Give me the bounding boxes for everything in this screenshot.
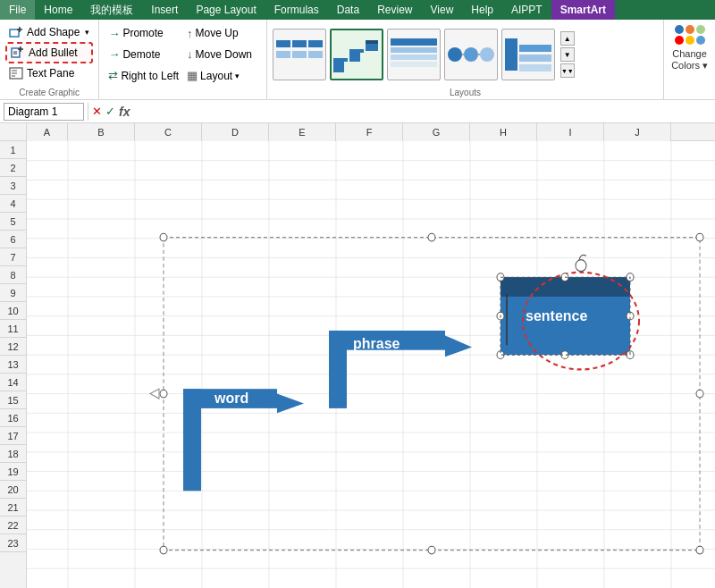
row-header-16[interactable]: 16 (0, 409, 26, 427)
menu-help[interactable]: Help (462, 0, 502, 20)
layout-thumb-5[interactable] (501, 29, 555, 80)
row-header-18[interactable]: 18 (0, 445, 26, 463)
layout-dropdown[interactable]: ▾ (235, 71, 240, 80)
layout-thumb-4[interactable] (444, 29, 498, 80)
row-header-4[interactable]: 4 (0, 195, 26, 213)
add-bullet-icon (11, 46, 25, 60)
promote-icon: → (108, 27, 120, 40)
col-header-h[interactable]: H (470, 123, 537, 141)
row-header-3[interactable]: 3 (0, 177, 26, 195)
col-header-i[interactable]: I (537, 123, 604, 141)
row-header-22[interactable]: 22 (0, 517, 26, 534)
add-shape-dropdown[interactable]: ▾ (85, 28, 89, 37)
formula-input[interactable] (133, 105, 711, 118)
menu-template[interactable]: 我的模板 (81, 0, 142, 20)
row-header-17[interactable]: 17 (0, 427, 26, 445)
row-header-21[interactable]: 21 (0, 499, 26, 517)
promote-button[interactable]: → Promote (105, 23, 182, 44)
row-header-20[interactable]: 20 (0, 481, 26, 499)
formula-bar: ✕ ✓ fx (0, 100, 715, 123)
layout-button[interactable]: ▦ Layout ▾ (183, 65, 261, 86)
add-bullet-button[interactable]: Add Bullet (5, 42, 93, 63)
col-header-f[interactable]: F (336, 123, 403, 141)
layout-scroll-more[interactable]: ▼▼ (560, 63, 575, 78)
move-down-label: Move Down (196, 48, 252, 61)
row-header-5[interactable]: 5 (0, 213, 26, 231)
col-header-a[interactable]: A (27, 123, 68, 141)
menu-aippt[interactable]: AIPPT (502, 0, 551, 20)
layout-scroll-up[interactable]: ▲ (560, 31, 575, 46)
row-header-11[interactable]: 11 (0, 320, 26, 338)
svg-point-77 (428, 546, 435, 554)
layout-thumb-1[interactable] (273, 29, 326, 80)
svg-point-78 (160, 390, 167, 398)
svg-text:word: word (214, 390, 248, 407)
row-header-14[interactable]: 14 (0, 374, 26, 391)
row-header-10[interactable]: 10 (0, 302, 26, 320)
layout-icon: ▦ (187, 69, 198, 82)
row-header-13[interactable]: 13 (0, 356, 26, 374)
layout-thumb-2[interactable] (330, 29, 383, 80)
layout-scroll: ▲ ▼ ▼▼ (560, 31, 575, 78)
menu-data[interactable]: Data (328, 0, 368, 20)
row-header-19[interactable]: 19 (0, 463, 26, 481)
demote-button[interactable]: → Demote (105, 45, 182, 65)
add-shape-button[interactable]: Add Shape ▾ (5, 23, 93, 41)
svg-rect-85 (329, 331, 347, 408)
layout-thumb-3[interactable] (387, 29, 441, 80)
move-up-button[interactable]: ↑ Move Up (183, 23, 261, 44)
formula-cancel[interactable]: ✕ (92, 105, 102, 118)
col-header-d[interactable]: D (202, 123, 269, 141)
change-colors-label: ChangeColors ▾ (671, 48, 708, 71)
formula-confirm[interactable]: ✓ (105, 105, 115, 118)
menu-page-layout[interactable]: Page Layout (187, 0, 265, 20)
svg-point-32 (480, 47, 494, 62)
row-header-2[interactable]: 2 (0, 159, 26, 177)
svg-rect-82 (183, 389, 201, 491)
col-header-g[interactable]: G (403, 123, 470, 141)
layout-label: Layout (200, 70, 232, 82)
svg-marker-86 (445, 335, 472, 357)
text-pane-label: Text Pane (27, 67, 74, 80)
right-to-left-icon: ⇄ (108, 69, 118, 82)
layouts-title: Layouts (273, 86, 658, 97)
row-header-9[interactable]: 9 (0, 284, 26, 302)
text-pane-button[interactable]: Text Pane (5, 64, 93, 82)
promote-label: Promote (122, 27, 163, 39)
menu-review[interactable]: Review (368, 0, 421, 20)
col-header-j[interactable]: J (604, 123, 671, 141)
menu-smartart[interactable]: SmartArt (551, 0, 615, 20)
row-header-6[interactable]: 6 (0, 231, 26, 248)
layout-scroll-down[interactable]: ▼ (560, 47, 575, 62)
menu-home[interactable]: Home (35, 0, 81, 20)
right-to-left-button[interactable]: ⇄ Right to Left (105, 65, 182, 86)
col-header-b[interactable]: B (68, 123, 135, 141)
move-down-button[interactable]: ↓ Move Down (183, 45, 261, 65)
row-header-15[interactable]: 15 (0, 391, 26, 409)
menu-bar: File Home 我的模板 Insert Page Layout Formul… (0, 0, 715, 20)
cell-reference[interactable] (4, 103, 84, 121)
demote-label: Demote (122, 48, 160, 61)
color-circles (675, 25, 705, 45)
svg-text:phrase: phrase (353, 334, 400, 352)
menu-view[interactable]: View (422, 0, 463, 20)
move-up-icon: ↑ (187, 27, 193, 40)
row-header-12[interactable]: 12 (0, 338, 26, 356)
move-up-label: Move Up (196, 27, 239, 39)
row-header-23[interactable]: 23 (0, 534, 26, 552)
menu-insert[interactable]: Insert (142, 0, 187, 20)
row-header-8[interactable]: 8 (0, 266, 26, 284)
menu-formulas[interactable]: Formulas (265, 0, 328, 20)
promote-demote-section: → Promote ↑ Move Up → Demote ↓ Move Down… (99, 20, 266, 99)
svg-rect-15 (276, 51, 290, 58)
col-header-c[interactable]: C (135, 123, 202, 141)
svg-point-30 (448, 47, 462, 62)
change-colors-button[interactable]: ChangeColors ▾ (663, 20, 715, 99)
create-graphic-buttons: Add Shape ▾ Add Bullet (5, 23, 93, 86)
col-header-e[interactable]: E (269, 123, 336, 141)
menu-file[interactable]: File (0, 0, 35, 20)
row-header-1[interactable]: 1 (0, 141, 26, 159)
formula-fx-button[interactable]: fx (119, 105, 130, 119)
row-header-7[interactable]: 7 (0, 248, 26, 266)
smartart-diagram[interactable]: word phrase sentence (27, 141, 715, 588)
